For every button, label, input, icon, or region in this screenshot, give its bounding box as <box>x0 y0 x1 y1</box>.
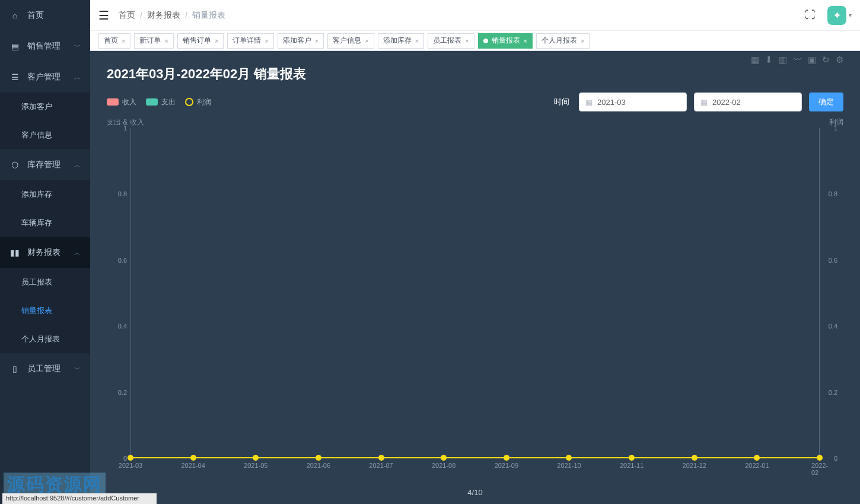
tab-添加库存[interactable]: 添加库存× <box>378 33 424 49</box>
restore-icon[interactable]: ↻ <box>822 55 830 65</box>
nav-home[interactable]: ⌂ 首页 <box>0 0 90 31</box>
tab-添加客户[interactable]: 添加客户× <box>278 33 324 49</box>
swatch-income <box>107 98 119 106</box>
tab-label: 新订单 <box>139 36 161 46</box>
chevron-up-icon: ︿ <box>74 161 81 170</box>
date-start-input[interactable]: ▦ 2021-03 <box>579 92 687 111</box>
x-tick: 2021-06 <box>307 462 330 469</box>
data-point <box>504 455 509 461</box>
nav-stock[interactable]: ⬡ 库存管理 ︿ <box>0 149 90 180</box>
calendar-icon: ▦ <box>585 98 593 107</box>
nav-vehicle-stock[interactable]: 车辆库存 <box>0 209 90 237</box>
close-icon[interactable]: × <box>415 37 419 44</box>
profit-line <box>130 457 820 458</box>
legend-income[interactable]: 收入 <box>107 97 136 107</box>
chevron-up-icon: ︿ <box>74 73 81 82</box>
tab-员工报表[interactable]: 员工报表× <box>428 33 474 49</box>
data-point <box>754 455 760 461</box>
nav-personal-monthly[interactable]: 个人月报表 <box>0 325 90 353</box>
tab-label: 客户信息 <box>333 36 361 46</box>
y-tick-right: 1 <box>834 125 837 132</box>
active-dot-icon <box>483 39 488 43</box>
sales-icon: ▤ <box>9 42 20 51</box>
nav-add-stock[interactable]: 添加库存 <box>0 180 90 209</box>
bar-chart-icon[interactable]: ▥ <box>779 55 787 65</box>
breadcrumb: 首页 / 财务报表 / 销量报表 <box>119 10 225 21</box>
hamburger-icon[interactable]: ☰ <box>98 8 109 23</box>
data-point <box>378 455 384 461</box>
settings-icon[interactable]: ⚙ <box>836 55 843 65</box>
finance-icon: ▮▮ <box>9 248 20 257</box>
close-icon[interactable]: × <box>465 37 469 44</box>
close-icon[interactable]: × <box>122 37 125 44</box>
data-point <box>128 455 133 461</box>
data-point <box>566 455 572 461</box>
date-end-input[interactable]: ▦ 2022-02 <box>694 92 802 111</box>
breadcrumb-home[interactable]: 首页 <box>119 10 135 21</box>
legend-profit[interactable]: 利润 <box>185 97 211 107</box>
close-icon[interactable]: × <box>524 37 527 44</box>
tab-销售订单[interactable]: 销售订单× <box>177 33 224 49</box>
close-icon[interactable]: × <box>315 37 318 44</box>
tab-首页[interactable]: 首页× <box>98 33 130 49</box>
y-tick-right: 0.6 <box>829 257 837 264</box>
main: ☰ 首页 / 财务报表 / 销量报表 ⛶ ✦ ▾ 首页×新订单×销售订单×订单详… <box>90 0 860 504</box>
tab-销量报表[interactable]: 销量报表× <box>478 33 533 49</box>
data-view-icon[interactable]: ▦ <box>751 55 759 65</box>
nav-label: 客户管理 <box>27 72 60 82</box>
fullscreen-icon[interactable]: ⛶ <box>802 7 818 24</box>
line-chart-icon[interactable]: 〰 <box>793 55 802 65</box>
nav-add-customer[interactable]: 添加客户 <box>0 92 90 121</box>
nav-sales[interactable]: ▤ 销售管理 ﹀ <box>0 31 90 62</box>
close-icon[interactable]: × <box>215 37 218 44</box>
content: ▦ ⬇ ▥ 〰 ▣ ↻ ⚙ 2021年03月-2022年02月 销量报表 收入 <box>90 51 860 504</box>
chevron-up-icon: ︿ <box>74 248 81 257</box>
pager: 4/10 <box>107 483 843 499</box>
legend-label: 支出 <box>161 97 176 107</box>
legend-expense[interactable]: 支出 <box>146 97 176 107</box>
nav-finance[interactable]: ▮▮ 财务报表 ︿ <box>0 237 90 268</box>
nav-staff[interactable]: ▯ 员工管理 ﹀ <box>0 353 90 384</box>
close-icon[interactable]: × <box>265 37 268 44</box>
nav-label: 添加客户 <box>21 101 52 112</box>
nav-sales-report[interactable]: 销量报表 <box>0 296 90 325</box>
close-icon[interactable]: × <box>581 37 584 44</box>
swatch-profit <box>185 98 193 106</box>
nav-label: 销量报表 <box>21 305 52 316</box>
confirm-button[interactable]: 确定 <box>809 92 843 111</box>
close-icon[interactable]: × <box>164 37 168 44</box>
chart-toolbar: ▦ ⬇ ▥ 〰 ▣ ↻ ⚙ <box>751 55 843 65</box>
breadcrumb-sep: / <box>140 11 142 20</box>
nav-customer[interactable]: ☰ 客户管理 ︿ <box>0 62 90 92</box>
close-icon[interactable]: × <box>365 37 368 44</box>
nav-label: 个人月报表 <box>21 334 60 344</box>
topbar: ☰ 首页 / 财务报表 / 销量报表 ⛶ ✦ ▾ <box>90 0 860 31</box>
legend-label: 收入 <box>122 97 136 107</box>
data-point <box>253 455 259 461</box>
x-tick: 2021-09 <box>495 462 518 469</box>
chart: 支出 & 收入 利润 000.20.20.40.40.60.60.80.811 … <box>107 117 843 483</box>
stack-icon[interactable]: ▣ <box>808 55 816 65</box>
x-tick: 2022-01 <box>745 462 769 469</box>
breadcrumb-section[interactable]: 财务报表 <box>147 10 180 21</box>
data-point <box>817 455 823 461</box>
nav-label: 客户信息 <box>21 130 52 141</box>
tab-个人月报表[interactable]: 个人月报表× <box>536 33 590 49</box>
x-tick: 2021-08 <box>432 462 456 469</box>
date-value: 2022-02 <box>712 98 741 107</box>
nav-label: 员工管理 <box>27 363 60 374</box>
tab-客户信息[interactable]: 客户信息× <box>327 33 374 49</box>
nav-customer-info[interactable]: 客户信息 <box>0 121 90 149</box>
nav-staff-report[interactable]: 员工报表 <box>0 268 90 296</box>
save-image-icon[interactable]: ⬇ <box>765 55 773 65</box>
breadcrumb-sep: / <box>185 11 187 20</box>
x-tick: 2021-10 <box>557 462 581 469</box>
nav-label: 首页 <box>27 10 44 21</box>
y-tick-left: 0 <box>113 455 127 462</box>
chevron-down-icon: ﹀ <box>74 42 81 51</box>
user-menu[interactable]: ✦ ▾ <box>827 6 852 25</box>
nav-label: 车辆库存 <box>21 218 52 228</box>
nav-label: 库存管理 <box>27 160 60 170</box>
tab-新订单[interactable]: 新订单× <box>134 33 173 49</box>
tab-订单详情[interactable]: 订单详情× <box>227 33 273 49</box>
